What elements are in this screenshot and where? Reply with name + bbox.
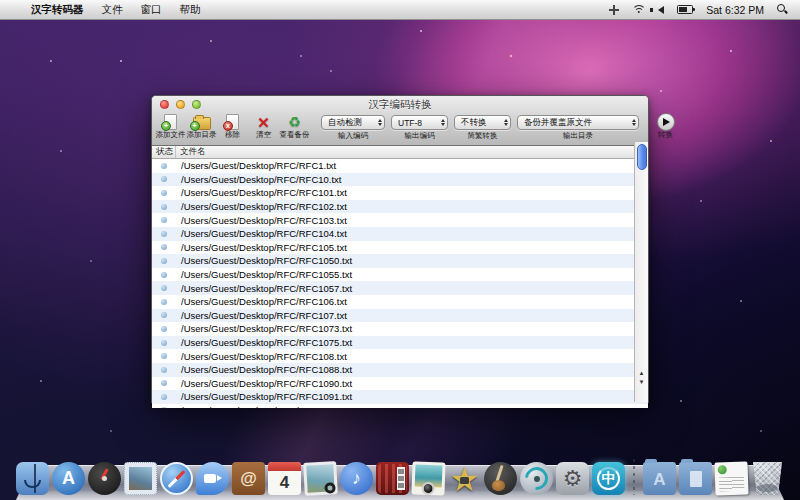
- menu-item-0[interactable]: 汉字转码器: [22, 3, 93, 15]
- status-dot-icon: [161, 244, 167, 250]
- wifi-icon[interactable]: [632, 5, 645, 15]
- column-header-status[interactable]: 状态: [152, 146, 176, 158]
- table-row[interactable]: /Users/Guest/Desktop/RFC/RFC102.txt: [152, 200, 648, 214]
- file-table: /Users/Guest/Desktop/RFC/RFC1.txt /Users…: [152, 159, 648, 408]
- table-row[interactable]: /Users/Guest/Desktop/RFC/RFC104.txt: [152, 227, 648, 241]
- scroll-up-arrow-icon[interactable]: ▲: [639, 370, 645, 376]
- zoom-button[interactable]: [192, 100, 201, 109]
- dropdown-arrows-icon: [441, 119, 445, 126]
- table-row[interactable]: /Users/Guest/Desktop/RFC/RFC1075.txt: [152, 336, 648, 350]
- dropdown-arrows-icon: [504, 119, 508, 126]
- table-row[interactable]: /Users/Guest/Desktop/RFC/RFC103.txt: [152, 213, 648, 227]
- view-backup-button[interactable]: ♻ 查看备份: [280, 114, 309, 143]
- output-directory-select[interactable]: 备份并覆盖原文件: [517, 115, 639, 130]
- scroll-down-arrow-icon[interactable]: ▼: [639, 379, 645, 385]
- table-row[interactable]: /Users/Guest/Desktop/RFC/RFC1094.txt: [152, 404, 648, 408]
- dock-icon-itunes[interactable]: [340, 462, 373, 495]
- volume-icon[interactable]: [658, 6, 664, 14]
- add-file-icon: +: [164, 114, 177, 130]
- menu-item-1[interactable]: 文件: [93, 3, 132, 15]
- input-encoding-select[interactable]: 自动检测: [321, 115, 385, 130]
- close-button[interactable]: [160, 100, 169, 109]
- desktop: 汉字转码器文件窗口帮助 Sat 6:32 PM 汉字编码转换 +: [0, 0, 800, 500]
- file-path: /Users/Guest/Desktop/RFC/RFC1073.txt: [176, 323, 648, 334]
- table-row[interactable]: /Users/Guest/Desktop/RFC/RFC107.txt: [152, 309, 648, 323]
- table-row[interactable]: /Users/Guest/Desktop/RFC/RFC1073.txt: [152, 322, 648, 336]
- table-row[interactable]: /Users/Guest/Desktop/RFC/RFC10.txt: [152, 173, 648, 187]
- dock-separator: [633, 459, 635, 495]
- dock-icon-applications-folder[interactable]: [643, 462, 676, 495]
- table-row[interactable]: /Users/Guest/Desktop/RFC/RFC105.txt: [152, 241, 648, 255]
- file-path: /Users/Guest/Desktop/RFC/RFC1091.txt: [176, 391, 648, 402]
- vertical-scrollbar[interactable]: ▲ ▼: [634, 142, 648, 402]
- battery-icon[interactable]: [677, 5, 693, 14]
- status-dot-icon: [161, 340, 167, 346]
- column-header-filename[interactable]: 文件名: [176, 146, 648, 158]
- spotlight-icon[interactable]: [777, 4, 788, 15]
- output-encoding-label: 输出编码: [405, 131, 435, 140]
- dock-icon-trash[interactable]: [751, 462, 784, 495]
- dock-icon-ical[interactable]: 4: [268, 462, 301, 495]
- dock-icon-documents-folder[interactable]: [679, 462, 712, 495]
- table-row[interactable]: /Users/Guest/Desktop/RFC/RFC1.txt: [152, 159, 648, 173]
- dock-icon-photo-booth[interactable]: [376, 462, 409, 495]
- input-encoding-label: 输入编码: [338, 131, 368, 140]
- menu-bar: 汉字转码器文件窗口帮助 Sat 6:32 PM: [0, 0, 800, 20]
- file-path: /Users/Guest/Desktop/RFC/RFC10.txt: [176, 174, 648, 185]
- dock-icon-preview[interactable]: [303, 461, 338, 496]
- dock-icon-iphoto[interactable]: [411, 461, 445, 495]
- simplified-traditional-label: 简繁转换: [468, 131, 498, 140]
- output-encoding-select[interactable]: UTF-8: [391, 115, 448, 130]
- dock-icon-hanzi-converter[interactable]: 中: [592, 462, 625, 495]
- dock-icon-finder[interactable]: [16, 462, 49, 495]
- move-crosshair-icon[interactable]: [609, 5, 619, 15]
- dropdown-arrows-icon: [632, 119, 636, 126]
- simplified-traditional-select[interactable]: 不转换: [454, 115, 511, 130]
- dock-icon-app-store[interactable]: [52, 462, 85, 495]
- scrollbar-thumb[interactable]: [637, 144, 647, 170]
- status-dot-icon: [161, 217, 167, 223]
- status-dot-icon: [161, 394, 167, 400]
- table-row[interactable]: /Users/Guest/Desktop/RFC/RFC1091.txt: [152, 390, 648, 404]
- file-path: /Users/Guest/Desktop/RFC/RFC101.txt: [176, 187, 648, 198]
- table-row[interactable]: /Users/Guest/Desktop/RFC/RFC1055.txt: [152, 268, 648, 282]
- dock-icon-imovie[interactable]: [448, 462, 481, 495]
- hanzi-converter-glyph: 中: [592, 462, 625, 495]
- table-row[interactable]: /Users/Guest/Desktop/RFC/RFC1088.txt: [152, 363, 648, 377]
- dock-icon-garageband[interactable]: [484, 462, 517, 495]
- dock-icon-ichat[interactable]: [196, 462, 229, 495]
- table-row[interactable]: /Users/Guest/Desktop/RFC/RFC101.txt: [152, 186, 648, 200]
- table-row[interactable]: /Users/Guest/Desktop/RFC/RFC1050.txt: [152, 254, 648, 268]
- table-row[interactable]: /Users/Guest/Desktop/RFC/RFC108.txt: [152, 349, 648, 363]
- file-path: /Users/Guest/Desktop/RFC/RFC1050.txt: [176, 255, 648, 266]
- status-dot-icon: [161, 176, 167, 182]
- dock-icon-pdf-document[interactable]: [714, 461, 748, 495]
- table-row[interactable]: /Users/Guest/Desktop/RFC/RFC1090.txt: [152, 377, 648, 391]
- minimize-button[interactable]: [176, 100, 185, 109]
- menu-item-2[interactable]: 窗口: [132, 3, 171, 15]
- status-dot-icon: [161, 312, 167, 318]
- window-chrome[interactable]: 汉字编码转换 + 添加文件 + 添加目录 x 移除 ✕ 清空: [152, 96, 648, 146]
- dock-icon-dashboard[interactable]: [88, 462, 121, 495]
- convert-button[interactable]: 转换: [651, 114, 680, 143]
- title-bar[interactable]: 汉字编码转换: [152, 96, 648, 113]
- file-path: /Users/Guest/Desktop/RFC/RFC102.txt: [176, 201, 648, 212]
- add-file-button[interactable]: + 添加文件: [156, 114, 185, 143]
- dock-icon-system-preferences[interactable]: [556, 462, 589, 495]
- dock-icon-safari[interactable]: [160, 462, 193, 495]
- dock-icon-address-book[interactable]: [232, 462, 265, 495]
- file-path: /Users/Guest/Desktop/RFC/RFC1057.txt: [176, 283, 648, 294]
- dock-icon-mail[interactable]: [124, 462, 157, 495]
- table-row[interactable]: /Users/Guest/Desktop/RFC/RFC1057.txt: [152, 281, 648, 295]
- add-folder-button[interactable]: + 添加目录: [187, 114, 216, 143]
- table-row[interactable]: /Users/Guest/Desktop/RFC/RFC106.txt: [152, 295, 648, 309]
- menu-item-3[interactable]: 帮助: [171, 3, 210, 15]
- dock-icon-time-machine[interactable]: [520, 462, 553, 495]
- status-dot-icon: [161, 231, 167, 237]
- status-dot-icon: [161, 367, 167, 373]
- status-dot-icon: [161, 163, 167, 169]
- clear-button[interactable]: ✕ 清空: [249, 114, 278, 143]
- menu-clock[interactable]: Sat 6:32 PM: [706, 4, 764, 16]
- remove-button[interactable]: x 移除: [218, 114, 247, 143]
- file-path: /Users/Guest/Desktop/RFC/RFC105.txt: [176, 242, 648, 253]
